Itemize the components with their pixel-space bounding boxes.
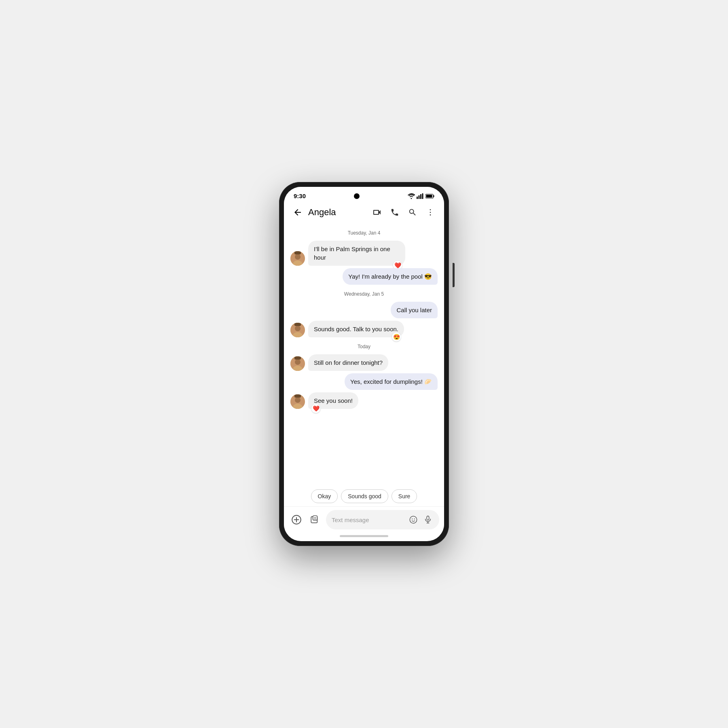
avatar-4	[290, 323, 305, 337]
date-divider-3: Today	[290, 344, 438, 349]
avatar-7	[290, 394, 305, 409]
bubble-wrap-4: Sounds good. Talk to you soon. 😍	[308, 321, 404, 337]
app-bar: Angela	[284, 202, 444, 223]
status-icons	[408, 193, 434, 199]
volume-button	[453, 263, 455, 287]
microphone-button[interactable]	[422, 514, 434, 525]
text-input-placeholder: Text message	[332, 516, 404, 523]
svg-point-15	[295, 326, 301, 331]
home-indicator[interactable]	[340, 535, 388, 537]
svg-rect-13	[294, 251, 301, 254]
message-row-5: Still on for dinner tonight?	[290, 354, 438, 371]
svg-rect-28	[313, 516, 317, 520]
wifi-icon	[408, 193, 415, 199]
add-button[interactable]	[289, 512, 304, 527]
bubble-wrap-2: Yay! I'm already by the pool 😎	[343, 268, 438, 285]
status-time: 9:30	[294, 193, 306, 199]
battery-icon	[425, 194, 434, 199]
phone-screen: 9:30	[284, 187, 444, 541]
emoji-button[interactable]	[408, 514, 419, 525]
svg-rect-6	[426, 195, 432, 197]
camera-notch	[354, 193, 360, 199]
svg-point-30	[412, 518, 413, 519]
bubble-4: Sounds good. Talk to you soon.	[308, 321, 404, 337]
bubble-wrap-6: Yes, excited for dumplings! 🥟	[345, 373, 438, 390]
phone-device: 9:30	[279, 182, 449, 546]
status-bar: 9:30	[284, 187, 444, 202]
bubble-wrap-3: Call you later	[391, 302, 438, 318]
svg-point-11	[295, 254, 301, 260]
bubble-3: Call you later	[391, 302, 438, 318]
svg-rect-5	[434, 195, 434, 197]
attachment-button[interactable]	[307, 512, 323, 527]
svg-point-8	[430, 212, 431, 213]
reaction-7: ❤️	[311, 404, 320, 413]
input-bar: Text message	[284, 506, 444, 533]
svg-rect-2	[420, 194, 421, 199]
quick-reply-sounds-good[interactable]: Sounds good	[341, 489, 388, 503]
search-button[interactable]	[405, 205, 420, 220]
svg-point-31	[414, 518, 415, 519]
quick-reply-sure[interactable]: Sure	[392, 489, 417, 503]
svg-point-29	[410, 516, 417, 523]
message-row-1: I'll be in Palm Springs in one hour ❤️	[290, 241, 438, 266]
svg-rect-1	[419, 195, 420, 199]
svg-rect-0	[417, 197, 418, 199]
more-options-button[interactable]	[423, 205, 438, 220]
date-divider-1: Tuesday, Jan 4	[290, 230, 438, 236]
avatar-1	[290, 251, 305, 266]
bubble-wrap-7: See you soon! ❤️	[308, 392, 358, 409]
chat-area: Tuesday, Jan 4 I'll be in Palm Springs i…	[284, 223, 444, 486]
message-row-6: Yes, excited for dumplings! 🥟	[290, 373, 438, 390]
svg-rect-32	[427, 516, 429, 520]
bubble-wrap-5: Still on for dinner tonight?	[308, 354, 388, 371]
message-row-7: See you soon! ❤️	[290, 392, 438, 409]
back-button[interactable]	[290, 205, 305, 220]
date-divider-2: Wednesday, Jan 5	[290, 291, 438, 297]
phone-call-button[interactable]	[387, 205, 402, 220]
bubble-wrap-1: I'll be in Palm Springs in one hour ❤️	[308, 241, 405, 266]
svg-point-23	[295, 397, 301, 403]
reaction-4: 😍	[392, 332, 401, 341]
bubble-6: Yes, excited for dumplings! 🥟	[345, 373, 438, 390]
contact-name[interactable]: Angela	[308, 207, 366, 218]
svg-point-9	[430, 214, 431, 216]
message-row-2: Yay! I'm already by the pool 😎	[290, 268, 438, 285]
signal-icon	[417, 193, 424, 199]
video-call-button[interactable]	[370, 205, 384, 220]
svg-point-19	[295, 359, 301, 365]
svg-rect-25	[294, 394, 301, 398]
svg-rect-3	[422, 193, 423, 199]
text-input-area[interactable]: Text message	[326, 510, 439, 529]
svg-point-7	[430, 209, 431, 210]
avatar-5	[290, 356, 305, 371]
message-row-4: Sounds good. Talk to you soon. 😍	[290, 321, 438, 337]
app-bar-actions	[370, 205, 438, 220]
bubble-1: I'll be in Palm Springs in one hour	[308, 241, 405, 266]
svg-rect-21	[294, 356, 301, 360]
quick-reply-okay[interactable]: Okay	[311, 489, 338, 503]
quick-replies: Okay Sounds good Sure	[284, 486, 444, 506]
bubble-5: Still on for dinner tonight?	[308, 354, 388, 371]
message-row-3: Call you later	[290, 302, 438, 318]
svg-rect-17	[294, 323, 301, 326]
bubble-2: Yay! I'm already by the pool 😎	[343, 268, 438, 285]
